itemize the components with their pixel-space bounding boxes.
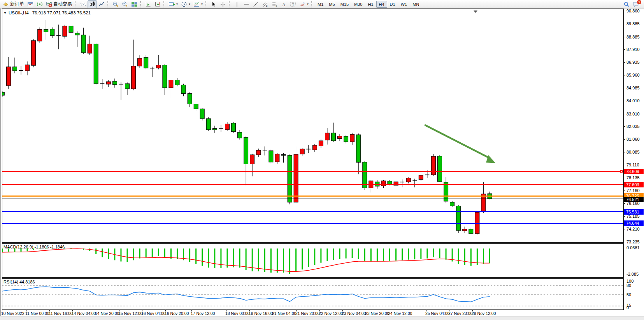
trendline-icon bbox=[253, 1, 259, 7]
candles-view-button[interactable] bbox=[88, 0, 97, 8]
time-axis-label: 14 Nov 04:00 bbox=[72, 311, 96, 316]
timeframe-MN-button[interactable]: MN bbox=[410, 1, 422, 8]
auto-scroll-icon bbox=[145, 1, 151, 7]
line-view-button[interactable] bbox=[97, 0, 106, 8]
signals-button[interactable] bbox=[35, 0, 44, 8]
search-button[interactable] bbox=[622, 0, 631, 8]
new-order-button[interactable]: 新订单 bbox=[1, 0, 26, 8]
chart-shift-icon bbox=[154, 1, 161, 7]
price-axis-tick bbox=[623, 11, 625, 11]
chart-shift-button[interactable] bbox=[153, 0, 162, 8]
price-axis-label: 73.235 bbox=[626, 240, 640, 244]
toolbar-group-separator bbox=[163, 1, 165, 7]
macd-indicator-canvas[interactable] bbox=[2, 243, 623, 277]
bars-view-button[interactable] bbox=[78, 0, 88, 8]
timeframe-M1-button[interactable]: M1 bbox=[315, 1, 326, 8]
price-axis-label: 80.085 bbox=[626, 150, 640, 154]
zoom-out-button[interactable] bbox=[120, 0, 130, 8]
new-chart-icon bbox=[168, 1, 175, 7]
trendline-button[interactable] bbox=[251, 0, 260, 8]
crosshair-button[interactable] bbox=[218, 0, 228, 8]
new-order-icon bbox=[3, 1, 9, 7]
market-watch-icon bbox=[27, 1, 33, 7]
horizontal-line-button[interactable] bbox=[242, 0, 251, 8]
price-axis-label: 78.135 bbox=[626, 175, 640, 180]
price-axis-tick bbox=[623, 75, 625, 75]
equidistant-channel-button[interactable]: E bbox=[260, 0, 270, 8]
svg-text:T: T bbox=[292, 2, 295, 6]
rsi-value: 44.8186 bbox=[19, 280, 35, 284]
new-order-button-label: 新订单 bbox=[10, 1, 24, 7]
vertical-line-button[interactable] bbox=[232, 0, 242, 8]
chart-ohlc-values: 76.913 77.071 76.483 76.521 bbox=[32, 10, 91, 15]
text-icon: A bbox=[281, 1, 287, 7]
autotrading-button[interactable]: 自动交易 bbox=[44, 0, 74, 8]
timeframe-H4-button[interactable]: H4 bbox=[376, 1, 387, 8]
channel-icon: E bbox=[262, 1, 268, 7]
cursor-button[interactable] bbox=[209, 0, 218, 8]
toolbar-right-groups: 1 bbox=[622, 0, 643, 8]
time-axis-label: 23 Nov 04:00 bbox=[342, 311, 366, 316]
price-axis-tick bbox=[623, 24, 625, 24]
new-chart-button[interactable]: ▾ bbox=[167, 0, 179, 8]
time-axis-label: 17 Nov 12:00 bbox=[191, 311, 215, 316]
toolbar-group-separator bbox=[229, 1, 231, 7]
text-button[interactable]: A bbox=[279, 0, 288, 8]
charts-window-button[interactable] bbox=[26, 0, 35, 8]
price-axis-label: 87.910 bbox=[626, 47, 640, 52]
rsi-pane-border bbox=[2, 278, 624, 310]
price-axis-tick bbox=[623, 101, 625, 101]
main-chart-pane-border bbox=[2, 9, 624, 243]
timeframe-M5-button[interactable]: M5 bbox=[326, 1, 337, 8]
fibonacci-button[interactable]: F bbox=[270, 0, 279, 8]
auto-scroll-button[interactable] bbox=[144, 0, 153, 8]
price-axis-label: 74.210 bbox=[626, 227, 640, 231]
window-left-edge bbox=[0, 9, 1, 318]
price-axis-tick bbox=[623, 216, 625, 217]
time-axis-label: 11 Nov 00:00 bbox=[25, 311, 49, 316]
periods-button[interactable]: ▾ bbox=[179, 0, 192, 8]
line-chart-icon bbox=[98, 1, 105, 7]
price-axis-label: 83.010 bbox=[626, 112, 640, 116]
zoom-in-button[interactable] bbox=[111, 0, 120, 8]
current-price-tag: 76.521 bbox=[624, 197, 644, 202]
price-axis-tick bbox=[623, 114, 625, 114]
timeframe-D1-button[interactable]: D1 bbox=[387, 1, 398, 8]
templates-button[interactable]: ▾ bbox=[192, 0, 204, 8]
timeframe-M30-button[interactable]: M30 bbox=[351, 1, 365, 8]
symbol-dropdown-icon[interactable]: ▼ bbox=[4, 11, 7, 15]
price-axis-label: 81.060 bbox=[626, 137, 640, 142]
hline-icon bbox=[243, 1, 249, 7]
time-axis-label: 21 Nov 20:00 bbox=[295, 311, 319, 316]
toolbar-left-groups: 新订单自动交易▾▾▾EFAT▾M1M5M15M30H1H4D1W1MN bbox=[1, 0, 422, 8]
timeframe-M15-button[interactable]: M15 bbox=[338, 1, 351, 8]
time-axis-label: 21 Nov 04:00 bbox=[272, 311, 296, 316]
tile-windows-button[interactable] bbox=[130, 0, 139, 8]
time-axis-label: 11 Nov 16:00 bbox=[49, 311, 73, 316]
timeframe-H1-button[interactable]: H1 bbox=[365, 1, 376, 8]
price-chart-canvas[interactable] bbox=[2, 9, 623, 242]
macd-pane-border bbox=[2, 243, 624, 278]
rsi-indicator-canvas[interactable] bbox=[2, 278, 623, 310]
cursor-icon bbox=[211, 1, 217, 7]
price-line-tag: 74.644 bbox=[624, 220, 644, 226]
crosshair-icon bbox=[220, 1, 226, 7]
arrows-button[interactable]: ▾ bbox=[298, 0, 310, 8]
macd-label: MACD(12,26,9) -1.1806 -1.1846 bbox=[4, 245, 65, 249]
price-axis-tick bbox=[623, 126, 625, 127]
toolbar-group-separator bbox=[140, 1, 142, 7]
price-axis-label: 89.885 bbox=[626, 21, 640, 26]
svg-text:F: F bbox=[276, 5, 277, 7]
time-axis-label: 18 Nov 16:00 bbox=[249, 311, 273, 316]
rsi-scale-label: 80 bbox=[626, 283, 631, 288]
price-axis-tick bbox=[623, 139, 625, 140]
price-axis-tick bbox=[623, 203, 625, 204]
timeframe-W1-button[interactable]: W1 bbox=[398, 1, 410, 8]
toolbar: 新订单自动交易▾▾▾EFAT▾M1M5M15M30H1H4D1W1MN 1 bbox=[0, 0, 644, 9]
time-axis-label: 25 Nov 04:00 bbox=[425, 311, 449, 316]
text-label-button[interactable]: T bbox=[288, 0, 298, 8]
autotrading-icon bbox=[46, 1, 52, 7]
chart-symbol-label: USOil-,H4 bbox=[9, 10, 29, 15]
chat-button[interactable]: 1 bbox=[631, 0, 640, 8]
toolbar-group-separator bbox=[311, 1, 313, 7]
